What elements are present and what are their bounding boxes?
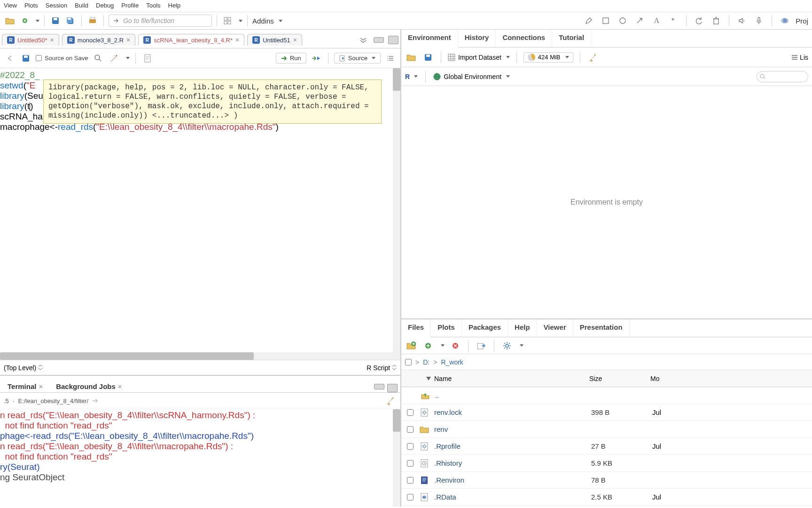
mic-icon[interactable]: [753, 15, 765, 27]
menu-tools[interactable]: Tools: [146, 2, 160, 9]
tab-presentation[interactable]: Presentation: [573, 319, 630, 337]
dropdown-caret-icon[interactable]: [279, 20, 282, 22]
search-icon[interactable]: [92, 52, 104, 64]
addins-button[interactable]: Addins: [252, 17, 274, 25]
editor-tab[interactable]: RUntitled50*×: [2, 34, 59, 46]
tab-terminal[interactable]: Terminal ×: [3, 381, 47, 392]
new-file-plus-icon[interactable]: [19, 15, 31, 27]
tab-environment[interactable]: Environment: [401, 30, 458, 48]
column-size[interactable]: Size: [589, 375, 650, 382]
undo-icon[interactable]: [693, 15, 705, 27]
wand-icon[interactable]: [108, 52, 120, 64]
new-folder-icon[interactable]: [405, 340, 417, 352]
arrow-forward-icon[interactable]: [92, 398, 99, 404]
pane-minimize-button[interactable]: [374, 37, 384, 43]
rerun-icon[interactable]: [310, 52, 322, 64]
pane-maximize-button[interactable]: [388, 36, 398, 44]
menu-profile[interactable]: Profile: [121, 2, 139, 9]
project-label[interactable]: Proj: [796, 17, 808, 25]
menu-view[interactable]: View: [4, 2, 17, 9]
close-icon[interactable]: ×: [118, 382, 122, 390]
broom-icon[interactable]: [384, 395, 397, 407]
pane-minimize-button[interactable]: [374, 384, 384, 389]
file-checkbox[interactable]: [407, 409, 414, 416]
tab-files[interactable]: Files: [401, 319, 431, 337]
close-icon[interactable]: ×: [126, 36, 130, 44]
file-checkbox[interactable]: [407, 426, 414, 433]
tab-plots[interactable]: Plots: [431, 319, 462, 337]
dropdown-caret-icon[interactable]: [520, 344, 523, 347]
file-row-updir[interactable]: ..: [401, 387, 812, 404]
language-selector[interactable]: R Script: [367, 364, 397, 372]
file-row[interactable]: .Renviron 78 B: [401, 472, 812, 489]
text-icon[interactable]: A: [650, 15, 663, 27]
editor-tab[interactable]: Rmonocle3_8_2.R×: [62, 34, 135, 46]
menu-session[interactable]: Session: [46, 2, 67, 9]
editor-tab[interactable]: RUntitled51×: [247, 34, 302, 46]
save-icon[interactable]: [49, 15, 62, 27]
goto-file-input[interactable]: Go to file/function: [109, 15, 212, 27]
breadcrumb-root[interactable]: D:: [423, 358, 429, 366]
editor-tab[interactable]: RscRNA_lean_obesity_8_4.R*×: [138, 34, 244, 46]
export-icon[interactable]: [475, 340, 487, 352]
tab-history[interactable]: History: [458, 30, 496, 47]
dropdown-caret-icon[interactable]: [239, 20, 242, 22]
back-icon[interactable]: [4, 52, 16, 64]
source-button[interactable]: Source: [334, 53, 381, 64]
arrow-icon[interactable]: [633, 15, 646, 27]
save-all-icon[interactable]: [64, 15, 77, 27]
select-all-checkbox[interactable]: [405, 359, 412, 365]
file-row[interactable]: .Rhistory 5.9 KB: [401, 455, 812, 472]
magic-icon[interactable]: [667, 15, 679, 27]
env-search-input[interactable]: [757, 71, 808, 82]
close-icon[interactable]: ×: [50, 36, 54, 44]
menu-build[interactable]: Build: [75, 2, 88, 9]
grid-view-icon[interactable]: [222, 15, 234, 27]
tab-packages[interactable]: Packages: [462, 319, 508, 337]
file-row[interactable]: .Rprofile 27 B Jul: [401, 438, 812, 455]
open-folder-icon[interactable]: [405, 51, 417, 64]
print-icon[interactable]: [86, 15, 99, 27]
file-checkbox[interactable]: [407, 443, 414, 450]
scope-selector[interactable]: (Top Level): [4, 364, 43, 372]
new-file-icon[interactable]: [422, 340, 434, 352]
menu-help[interactable]: Help: [168, 2, 181, 9]
tab-viewer[interactable]: Viewer: [537, 319, 573, 337]
file-row[interactable]: renv: [401, 421, 812, 438]
pane-maximize-button[interactable]: [387, 384, 398, 392]
dropdown-caret-icon[interactable]: [126, 57, 130, 59]
document-icon[interactable]: [141, 52, 154, 64]
file-row[interactable]: R .RData 2.5 KB Jul: [401, 489, 812, 506]
pencil-icon[interactable]: [583, 15, 595, 27]
horizontal-scrollbar[interactable]: [0, 352, 400, 360]
file-checkbox[interactable]: [407, 477, 414, 484]
source-on-save-checkbox[interactable]: Source on Save: [36, 55, 88, 62]
square-icon[interactable]: [600, 15, 612, 27]
vertical-scrollbar[interactable]: [393, 409, 400, 507]
close-icon[interactable]: ×: [39, 382, 43, 390]
tab-background-jobs[interactable]: Background Jobs ×: [51, 381, 126, 392]
list-view-button[interactable]: Lis: [791, 54, 808, 61]
more-tabs-button[interactable]: [357, 34, 369, 46]
speaker-icon[interactable]: [736, 15, 748, 27]
dropdown-caret-icon[interactable]: [36, 20, 39, 22]
dropdown-caret-icon[interactable]: [441, 344, 445, 347]
delete-icon[interactable]: [710, 15, 722, 27]
close-icon[interactable]: ×: [235, 36, 239, 44]
language-selector[interactable]: R: [405, 73, 418, 80]
save-icon[interactable]: [20, 52, 32, 64]
tab-tutorial[interactable]: Tutorial: [552, 30, 591, 47]
open-folder-icon[interactable]: [4, 15, 16, 27]
file-row[interactable]: renv.lock 398 B Jul: [401, 404, 812, 421]
run-button[interactable]: Run: [276, 53, 306, 64]
rproj-icon[interactable]: R: [779, 15, 791, 27]
menu-debug[interactable]: Debug: [96, 2, 114, 9]
save-icon[interactable]: [422, 51, 434, 64]
delete-icon[interactable]: [449, 340, 461, 352]
import-dataset-button[interactable]: Import Dataset: [448, 54, 510, 61]
column-name[interactable]: Name: [401, 375, 589, 382]
file-checkbox[interactable]: [407, 460, 414, 467]
memory-indicator[interactable]: 424 MiB: [523, 52, 573, 63]
gear-icon[interactable]: [501, 340, 513, 352]
broom-icon[interactable]: [587, 51, 599, 64]
